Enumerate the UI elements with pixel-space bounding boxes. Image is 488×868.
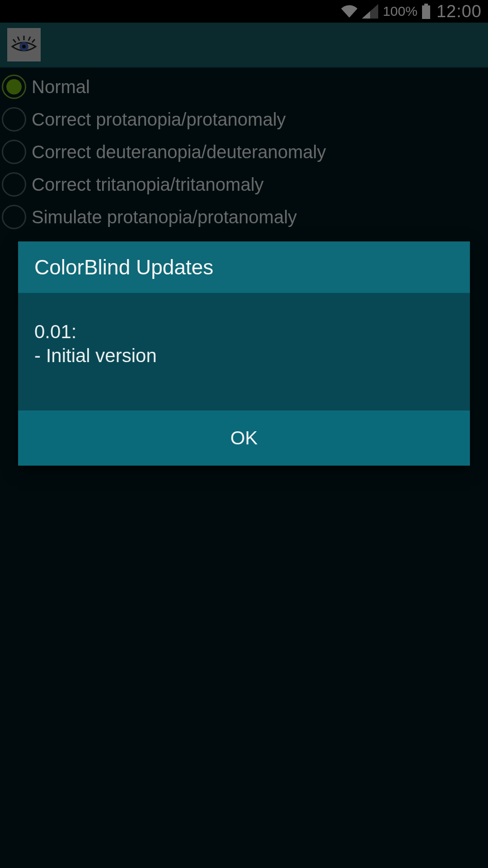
dialog-title: ColorBlind Updates [18, 241, 470, 293]
ok-button[interactable]: OK [18, 410, 470, 466]
updates-dialog: ColorBlind Updates 0.01: - Initial versi… [18, 241, 470, 466]
dialog-body: 0.01: - Initial version [18, 293, 470, 410]
dialog-footer: OK [18, 410, 470, 466]
